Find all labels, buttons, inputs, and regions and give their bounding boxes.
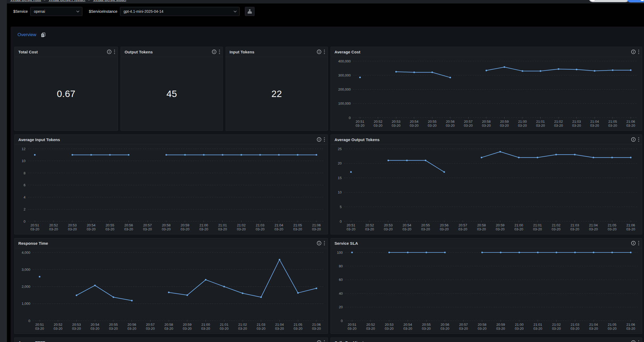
svg-text:21:0203-20: 21:0203-20	[552, 223, 561, 231]
svg-text:21:0303-20: 21:0303-20	[570, 223, 579, 231]
svg-text:21:0103-20: 21:0103-20	[533, 223, 542, 231]
chevron-down-icon	[76, 10, 79, 12]
panel-menu-icon[interactable]	[324, 340, 325, 342]
svg-text:20:5903-20: 20:5903-20	[500, 120, 509, 128]
info-icon[interactable]	[317, 241, 321, 246]
service-instance-variable-label: $ServiceInstance	[89, 9, 117, 14]
svg-text:0: 0	[341, 319, 343, 323]
panel-title: Average TTFT	[18, 340, 45, 342]
library-panel-icon[interactable]	[41, 32, 46, 37]
average-input-tokens-chart: 02468101220:5103-2020:5203-2020:5303-202…	[15, 145, 328, 234]
svg-text:21:0203-20: 21:0203-20	[552, 323, 561, 331]
panel-header: Input Tokens	[226, 47, 328, 57]
panel-header: Average TTFT	[15, 338, 328, 342]
breadcrumb-link-provider[interactable]: Virtual GenAI Provider	[49, 0, 86, 2]
svg-text:21:0403-20: 21:0403-20	[590, 120, 599, 128]
svg-text:20:5903-20: 20:5903-20	[496, 323, 505, 331]
panel-menu-icon[interactable]	[324, 49, 325, 54]
svg-text:15: 15	[338, 176, 342, 180]
topbar-toggle-button[interactable]	[589, 0, 629, 2]
svg-text:20:5403-20: 20:5403-20	[87, 223, 95, 231]
svg-text:0: 0	[24, 219, 26, 223]
svg-text:20:5903-20: 20:5903-20	[183, 323, 192, 331]
svg-text:20:5503-20: 20:5503-20	[422, 323, 431, 331]
svg-text:21:0103-20: 21:0103-20	[220, 323, 228, 331]
svg-text:21:0503-20: 21:0503-20	[608, 323, 616, 331]
left-nav-strip[interactable]	[0, 0, 7, 342]
svg-text:20:5403-20: 20:5403-20	[402, 223, 411, 231]
info-icon[interactable]	[631, 137, 636, 142]
svg-text:20:5603-20: 20:5603-20	[446, 120, 455, 128]
info-icon[interactable]	[631, 340, 636, 342]
panel-average-output-tokens: Average Output Tokens 051015202520:5103-…	[331, 134, 642, 234]
panel-menu-icon[interactable]	[114, 49, 115, 54]
info-icon[interactable]	[317, 137, 321, 142]
panel-response-time: Response Time 01,0002,0003,0004,00020:51…	[14, 238, 328, 334]
panel-average-input-tokens: Average Input Tokens 02468101220:5103-20…	[14, 134, 328, 234]
info-icon[interactable]	[212, 49, 217, 54]
info-icon[interactable]	[317, 340, 321, 342]
response-time-chart: 01,0002,0003,0004,00020:5103-2020:5203-2…	[15, 248, 328, 333]
service-select-value: openai	[34, 9, 45, 14]
panel-header: Total Cost	[15, 47, 118, 57]
stat-body: 45	[121, 57, 223, 130]
svg-text:300,000: 300,000	[338, 73, 351, 77]
info-icon[interactable]	[631, 49, 636, 54]
svg-text:21:0303-20: 21:0303-20	[256, 223, 264, 231]
svg-text:20:5703-20: 20:5703-20	[146, 323, 155, 331]
panel-header: Average Cost	[331, 47, 642, 57]
breadcrumb-link-root[interactable]: Virtual GenAI Root	[10, 0, 41, 2]
svg-text:20:5203-20: 20:5203-20	[49, 223, 58, 231]
topbar-account-button[interactable]	[627, 0, 644, 2]
svg-text:20:5803-20: 20:5803-20	[478, 323, 486, 331]
svg-text:20:5603-20: 20:5603-20	[440, 223, 448, 231]
svg-text:20:5303-20: 20:5303-20	[392, 120, 400, 128]
svg-text:4: 4	[24, 195, 26, 199]
breadcrumb-separator: >	[44, 0, 46, 2]
panel-row-1: Total Cost 0.67 Output Tokens	[14, 47, 642, 131]
info-icon[interactable]	[107, 49, 112, 54]
svg-text:21:0303-20: 21:0303-20	[572, 120, 581, 128]
svg-text:12: 12	[22, 147, 26, 151]
panel-menu-icon[interactable]	[219, 49, 220, 54]
variable-hierarchy-button[interactable]	[245, 7, 255, 16]
svg-text:20: 20	[339, 305, 343, 309]
svg-text:20:5103-20: 20:5103-20	[30, 223, 39, 231]
svg-text:20:5603-20: 20:5603-20	[440, 323, 449, 331]
output-tokens-value: 45	[167, 88, 177, 99]
panel-menu-icon[interactable]	[324, 137, 325, 142]
svg-text:20:5303-20: 20:5303-20	[68, 223, 77, 231]
svg-text:20:5403-20: 20:5403-20	[410, 120, 418, 128]
average-cost-chart: 0100,000200,000300,000400,00020:5103-202…	[331, 57, 642, 130]
svg-text:21:0203-20: 21:0203-20	[237, 223, 246, 231]
tab-overview[interactable]: Overview	[18, 32, 36, 37]
panel-menu-icon[interactable]	[638, 137, 639, 142]
service-instance-select-value: gpt-4.1-mini-2025-04-14	[124, 9, 163, 14]
svg-text:21:0203-20: 21:0203-20	[238, 323, 247, 331]
stat-body: 22	[226, 57, 328, 130]
svg-text:21:0003-20: 21:0003-20	[514, 223, 523, 231]
info-icon[interactable]	[631, 241, 636, 246]
service-select[interactable]: openai	[30, 7, 82, 16]
panel-menu-icon[interactable]	[638, 340, 639, 342]
service-instance-select[interactable]: gpt-4.1-mini-2025-04-14	[120, 7, 240, 16]
panel-menu-icon[interactable]	[638, 241, 639, 246]
svg-text:20:5803-20: 20:5803-20	[477, 223, 486, 231]
svg-text:20:5703-20: 20:5703-20	[459, 323, 468, 331]
variable-bar: $Service openai $ServiceInstance gpt-4.1…	[7, 3, 644, 19]
panel-menu-icon[interactable]	[638, 49, 639, 54]
sitemap-icon	[247, 9, 252, 14]
toggle-knob	[590, 0, 596, 1]
svg-text:20:5703-20: 20:5703-20	[143, 223, 152, 231]
svg-text:4,000: 4,000	[22, 251, 30, 255]
svg-text:2: 2	[24, 207, 26, 211]
info-icon[interactable]	[317, 49, 321, 54]
breadcrumb-link-model[interactable]: Virtual GenAI Model	[93, 0, 126, 2]
panel-menu-icon[interactable]	[324, 241, 325, 246]
svg-text:20:5403-20: 20:5403-20	[403, 323, 412, 331]
svg-text:20:5803-20: 20:5803-20	[162, 223, 171, 231]
panel-title: Response Time	[18, 241, 48, 246]
svg-text:21:0303-20: 21:0303-20	[571, 323, 579, 331]
svg-text:20:5103-20: 20:5103-20	[355, 120, 364, 128]
svg-text:20:5903-20: 20:5903-20	[496, 223, 505, 231]
